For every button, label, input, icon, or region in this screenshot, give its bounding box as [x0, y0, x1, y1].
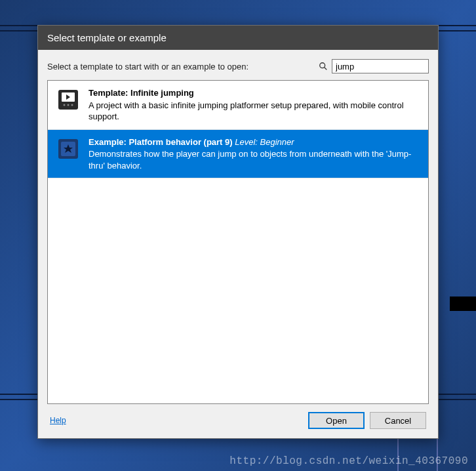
- instruction-row: Select a template to start with or an ex…: [47, 59, 429, 73]
- list-item-text: Template: Infinite jumping A project wit…: [89, 87, 420, 123]
- svg-point-5: [64, 104, 66, 106]
- dialog-title: Select template or example: [38, 26, 438, 50]
- list-item-title: Example: Platform behavior (part 9): [89, 137, 233, 147]
- svg-point-7: [71, 104, 73, 106]
- list-item[interactable]: Template: Infinite jumping A project wit…: [48, 81, 428, 130]
- search-icon: [319, 62, 328, 71]
- dialog-footer: Help Open Cancel: [47, 404, 429, 432]
- help-link[interactable]: Help: [50, 416, 66, 425]
- cancel-button[interactable]: Cancel: [370, 412, 426, 429]
- template-icon: [56, 87, 81, 112]
- search-input[interactable]: [332, 59, 429, 73]
- open-button[interactable]: Open: [308, 412, 365, 429]
- list-item-title: Template: Infinite jumping: [89, 88, 194, 98]
- search-wrap: [319, 59, 429, 73]
- dialog-body: Select a template to start with or an ex…: [38, 50, 438, 438]
- list-item-level: Level: Beginner: [235, 137, 294, 147]
- svg-line-1: [325, 68, 327, 70]
- svg-point-6: [68, 104, 69, 106]
- list-item-desc: A project with a basic infinite jumping …: [89, 100, 420, 123]
- list-item-desc: Demonstrates how the player can jump on …: [89, 148, 420, 171]
- example-icon: [56, 136, 81, 161]
- watermark-text: http://blog.csdn.net/weixin_40367090: [229, 455, 468, 467]
- instruction-text: Select a template to start with or an ex…: [47, 62, 319, 72]
- template-dialog: Select template or example Select a temp…: [37, 25, 439, 439]
- list-item[interactable]: Example: Platform behavior (part 9) Leve…: [48, 130, 428, 179]
- list-item-text: Example: Platform behavior (part 9) Leve…: [89, 136, 420, 172]
- template-list[interactable]: Template: Infinite jumping A project wit…: [47, 80, 429, 404]
- svg-point-0: [320, 63, 325, 68]
